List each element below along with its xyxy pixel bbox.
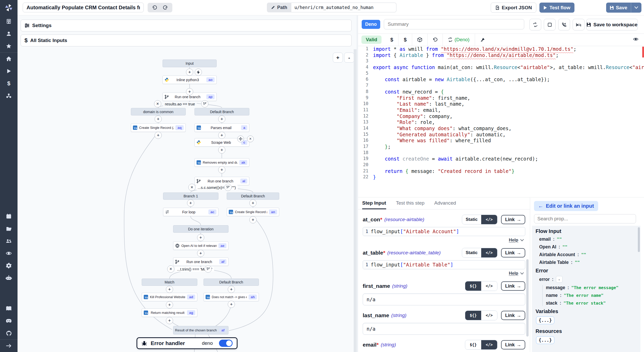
trigger-bolt-icon[interactable]	[195, 69, 202, 76]
branch-header-default-2[interactable]: Default Branch	[227, 192, 279, 200]
node-run-one-branch-al[interactable]: Run one branch al	[194, 177, 249, 185]
prop-key[interactable]: stack	[546, 300, 557, 306]
branch-header-domain-is-common[interactable]: domain is common	[131, 108, 186, 115]
code-mode-button[interactable]: </>	[481, 248, 497, 257]
search-prop-input[interactable]	[534, 214, 636, 223]
add-step-button[interactable]: +	[218, 132, 225, 139]
runs-play-icon[interactable]	[0, 65, 18, 77]
add-step-button[interactable]: +	[249, 199, 257, 207]
prop-key[interactable]: Open AI	[539, 244, 556, 250]
move-node-icon[interactable]	[237, 136, 244, 142]
link-input-button[interactable]: Link→	[501, 215, 525, 224]
error-handler-bar[interactable]: Error handler deno	[137, 337, 238, 349]
collapse-button[interactable]: -	[556, 276, 563, 283]
zoom-out-button[interactable]: -	[344, 53, 354, 63]
node-parses-email[interactable]: TS Parses email a	[194, 123, 249, 132]
code-mode-button[interactable]: </>	[481, 340, 497, 349]
folders-icon[interactable]	[0, 222, 18, 235]
prop-key[interactable]: Airtable Account	[539, 252, 575, 257]
add-step-button[interactable]: +	[218, 146, 225, 154]
windmill-logo[interactable]	[0, 0, 18, 15]
code-mode-button[interactable]: </>	[481, 215, 497, 224]
insert-resource-button[interactable]: $	[398, 33, 412, 46]
value-input-last-name[interactable]: n/a	[363, 323, 525, 335]
reset-undo-icon[interactable]	[427, 33, 443, 46]
node-inline-python3[interactable]: Inline python3 ao	[163, 76, 217, 84]
groups-users-icon[interactable]	[0, 235, 18, 247]
add-step-button[interactable]: +	[249, 216, 257, 223]
sleep-button[interactable]	[573, 19, 584, 30]
expr-editor-at-con[interactable]: 1flow_input["Airtable Account"]	[363, 227, 525, 236]
link-input-button[interactable]: Link→	[501, 311, 525, 320]
docs-book-icon[interactable]	[0, 302, 18, 315]
node-openai-relevant-result[interactable]: Open AI to tell if relevant result ae	[173, 241, 228, 250]
node-does-not-match[interactable]: TS Does not match -> gives empty value a…	[204, 293, 259, 301]
summary-input[interactable]	[384, 19, 524, 29]
add-step-button[interactable]: +	[228, 301, 235, 308]
template-mode-button[interactable]: ${}	[465, 311, 481, 320]
prop-key[interactable]: email	[539, 237, 551, 242]
static-mode-button[interactable]: Static	[462, 248, 481, 257]
add-step-button[interactable]: +	[218, 115, 225, 123]
audit-logs-eye-icon[interactable]	[0, 247, 18, 259]
node-do-one-iteration[interactable]: Do one iteration	[173, 225, 228, 233]
prop-key[interactable]: Airtable Table	[539, 260, 569, 265]
tab-step-input[interactable]: Step Input	[362, 197, 386, 209]
redo-icon[interactable]	[163, 5, 168, 10]
edit-or-link-input-button[interactable]: ← Edit or link an input	[534, 201, 598, 211]
language-badge[interactable]: Deno	[362, 20, 380, 29]
link-input-button[interactable]: Link→	[501, 248, 525, 257]
prop-scrollbar[interactable]	[638, 227, 640, 252]
undo-icon[interactable]	[152, 5, 157, 10]
discord-icon[interactable]	[0, 315, 18, 327]
add-step-button[interactable]: +	[197, 250, 204, 257]
remove-branch-icon[interactable]: ×	[154, 100, 161, 107]
flow-canvas[interactable]: Input + Inline python3 ao + Run one bran…	[18, 49, 354, 352]
value-input-first-name[interactable]: n/a	[363, 294, 525, 305]
branch-settings-icon[interactable]	[224, 184, 232, 191]
test-flow-button[interactable]: Test flow	[539, 3, 574, 13]
node-run-one-branch-af[interactable]: Run one branch af	[173, 257, 228, 266]
remove-branch-icon[interactable]: ×	[188, 184, 196, 191]
add-step-button[interactable]: +	[218, 166, 225, 173]
webhook-button[interactable]	[558, 19, 570, 30]
add-step-button[interactable]: +	[197, 234, 204, 241]
tab-advanced[interactable]: Advanced	[434, 197, 456, 209]
link-input-button[interactable]: Link→	[501, 340, 525, 349]
link-input-button[interactable]: Link→	[501, 281, 525, 291]
flow-settings-bar[interactable]: Settings	[21, 20, 352, 31]
remove-branch-icon[interactable]: ×	[167, 265, 174, 273]
template-mode-button[interactable]: ${}	[465, 340, 481, 349]
expr-editor-at-table[interactable]: 1flow_input["Airtable Table"]	[363, 260, 525, 269]
all-static-inputs-bar[interactable]: $ All Static Inputs	[21, 35, 352, 46]
add-step-button[interactable]: +	[187, 199, 194, 207]
user-icon[interactable]	[0, 28, 18, 40]
step-panel-scrollbar[interactable]	[526, 259, 529, 337]
workers-robot-icon[interactable]	[0, 272, 18, 284]
chevron-down-icon[interactable]	[520, 239, 524, 241]
prop-key[interactable]: message	[546, 285, 565, 290]
branch-header-branch-1[interactable]: Branch 1	[163, 192, 218, 200]
format-brush-icon[interactable]	[475, 33, 490, 46]
insert-variable-button[interactable]: $	[385, 33, 398, 46]
help-link[interactable]: Help	[509, 238, 518, 243]
add-step-button[interactable]: +	[166, 317, 173, 324]
add-step-button[interactable]: +	[155, 115, 162, 123]
home-icon[interactable]	[0, 53, 18, 65]
kill-button[interactable]	[544, 19, 556, 30]
tab-test-this-step[interactable]: Test this step	[396, 197, 425, 209]
favorites-star-icon[interactable]	[0, 40, 18, 52]
add-step-button[interactable]: +	[166, 301, 173, 308]
save-to-workspace-button[interactable]: Save to workspace	[586, 19, 638, 30]
code-mode-button[interactable]: </>	[481, 311, 497, 320]
edit-path-button[interactable]: Path	[267, 3, 291, 12]
add-step-button[interactable]: +	[186, 88, 193, 95]
code-mode-button[interactable]: </>	[481, 281, 497, 291]
template-mode-button[interactable]: ${}	[465, 281, 481, 291]
node-for-loop[interactable]: For loop ac	[163, 208, 218, 216]
node-input[interactable]: Input	[163, 60, 217, 67]
node-kill-professional-websites[interactable]: TS Kill Professional Websites mentions a…	[142, 293, 197, 301]
settings-gear-icon[interactable]	[0, 259, 18, 272]
branch-header-default-3[interactable]: Default Branch	[204, 279, 259, 286]
chevron-down-icon[interactable]	[520, 272, 524, 274]
